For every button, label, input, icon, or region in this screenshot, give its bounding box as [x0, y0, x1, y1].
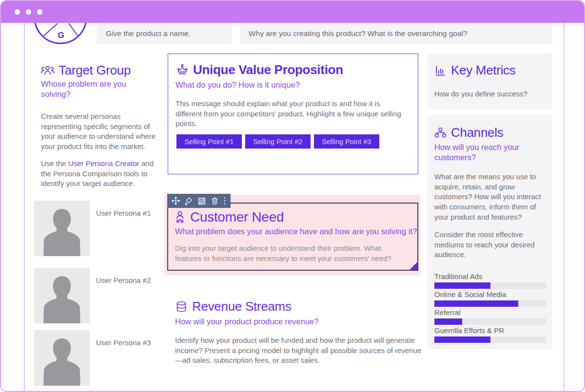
fill-color-icon[interactable] [184, 197, 193, 205]
window-dot[interactable] [26, 9, 31, 15]
product-name-placeholder: Give the product a name. [106, 29, 191, 38]
channel-bar-row: Online & Social Media [434, 290, 546, 307]
bar-label: Traditional Ads [434, 272, 546, 281]
revenue-streams-heading: Revenue Streams [175, 299, 292, 314]
target-group-paragraph-1: Create several personas representing spe… [41, 112, 162, 152]
revenue-streams-subtitle: How will your product produce revenue? [175, 317, 429, 327]
key-metrics-title: Key Metrics [451, 63, 516, 78]
persona-avatar[interactable] [34, 268, 90, 323]
target-group-subtitle: Whose problem are you solving? [41, 79, 153, 100]
key-metrics-heading: Key Metrics [434, 63, 516, 78]
channels-heading: Channels [434, 125, 503, 140]
key-metrics-card[interactable] [428, 54, 552, 109]
selling-point-3-button[interactable]: Selling Point #3 [314, 134, 379, 149]
channels-title: Channels [451, 125, 503, 140]
person-silhouette-icon [34, 330, 90, 386]
selling-point-1-button[interactable]: Selling Point #1 [176, 134, 242, 149]
bar-track [434, 336, 546, 343]
person-silhouette-icon [34, 201, 90, 256]
window-controls [15, 9, 42, 15]
customer-need-heading: Customer Need [174, 209, 284, 225]
channel-bar-row: Traditional Ads [434, 272, 546, 289]
channel-bar-row: Guerrilla Efforts & PR [434, 326, 546, 343]
people-icon [41, 65, 54, 75]
target-group-title: Target Group [58, 63, 131, 78]
delete-icon[interactable] [211, 197, 219, 205]
user-persona-card-1[interactable]: User Persona #1 [34, 201, 151, 256]
product-name-field[interactable]: Give the product a name. [97, 23, 232, 44]
sitemap-icon [434, 127, 447, 138]
uvp-body: This message should explain what your pr… [176, 99, 406, 129]
revenue-streams-body: Identify how your product will be funded… [175, 336, 423, 366]
app-window: G Give the product a name. Why are you c… [0, 0, 585, 392]
key-metrics-body: How do you define success? [434, 89, 527, 99]
selling-point-2-button[interactable]: Selling Point #2 [245, 134, 311, 149]
bar-fill [434, 282, 490, 289]
window-titlebar [1, 1, 584, 23]
user-persona-card-2[interactable]: User Persona #2 [34, 268, 151, 323]
coins-icon [175, 301, 188, 313]
channels-paragraph-1: What are the means you use to acquire, r… [434, 172, 548, 222]
channels-paragraph-2: Consider the most effective mediums to r… [434, 230, 545, 260]
uvp-title: Unique Value Proposition [193, 62, 343, 77]
customer-need-body: Dig into your target audience to underst… [175, 243, 409, 263]
customer-icon [174, 211, 186, 224]
logo-letter: G [58, 31, 64, 40]
customer-need-title: Customer Need [190, 209, 284, 225]
persona-label: User Persona #1 [96, 209, 151, 217]
bar-fill [434, 336, 490, 343]
user-persona-creator-link[interactable]: User Persona Creator [68, 159, 139, 168]
window-dot[interactable] [15, 9, 20, 15]
resize-handle[interactable] [410, 262, 417, 270]
move-icon[interactable] [172, 197, 180, 205]
bar-label: Referral [434, 308, 546, 317]
customer-need-subtitle: What problem does your audience have and… [175, 226, 419, 237]
crown-icon [176, 64, 189, 76]
bar-track [434, 300, 546, 307]
bar-chart-icon [434, 64, 447, 76]
persona-label: User Persona #3 [96, 338, 151, 347]
bar-label: Online & Social Media [434, 290, 546, 299]
persona-label: User Persona #2 [96, 276, 151, 284]
persona-avatar[interactable] [34, 330, 90, 386]
product-goal-field[interactable]: Why are you creating this product? What … [240, 23, 552, 44]
uvp-heading: Unique Value Proposition [176, 62, 343, 77]
selling-points: Selling Point #1 Selling Point #2 Sellin… [176, 134, 379, 149]
para2-prefix: Use the [41, 159, 68, 168]
revenue-streams-title: Revenue Streams [192, 299, 292, 314]
more-options-icon[interactable] [223, 197, 226, 205]
card-toolbar [167, 194, 231, 208]
bar-track [434, 282, 546, 289]
target-group-heading: Target Group [41, 63, 131, 78]
window-dot[interactable] [37, 9, 42, 15]
bar-fill [434, 300, 518, 307]
persona-avatar[interactable] [34, 201, 90, 256]
channels-subtitle: How will you reach your customers? [434, 142, 537, 163]
person-silhouette-icon [34, 268, 90, 323]
bar-label: Guerrilla Efforts & PR [434, 326, 546, 335]
user-persona-card-3[interactable]: User Persona #3 [34, 330, 151, 386]
uvp-subtitle: What do you do? How is it unique? [176, 80, 300, 90]
product-goal-placeholder: Why are you creating this product? What … [249, 29, 468, 38]
channel-effectiveness-bars: Traditional Ads Online & Social Media Re… [434, 272, 546, 344]
pattern-icon[interactable] [197, 197, 206, 205]
bar-track [434, 318, 546, 325]
channel-bar-row: Referral [434, 308, 546, 325]
bar-fill [434, 318, 462, 325]
target-group-paragraph-2: Use the User Persona Creator and the Per… [41, 159, 162, 189]
product-logo-placeholder[interactable]: G [28, 23, 94, 48]
